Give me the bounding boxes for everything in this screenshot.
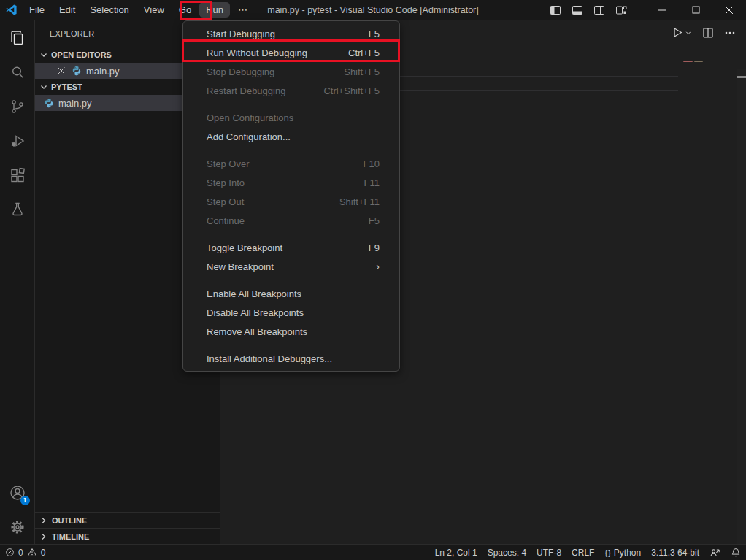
menu-separator — [184, 234, 399, 234]
statusbar: 0 0 Ln 2, Col 1 Spaces: 4 UTF-8 CRLF { }… — [0, 544, 746, 560]
extensions-icon[interactable] — [0, 158, 35, 192]
menu-item-step-over: Step OverF10 — [183, 154, 399, 173]
submenu-arrow-icon: › — [376, 261, 380, 272]
settings-gear-icon[interactable] — [0, 510, 35, 544]
titlebar: File Edit Selection View Go Run ⋯ main.p… — [0, 0, 746, 20]
python-interpreter-status[interactable]: 3.11.3 64-bit — [646, 548, 704, 558]
chevron-down-icon — [685, 29, 692, 37]
menu-view[interactable]: View — [137, 2, 171, 18]
menu-separator — [184, 104, 399, 104]
timeline-section-header[interactable]: TIMELINE — [35, 528, 220, 544]
menu-item-restart-debugging: Restart DebuggingCtrl+Shift+F5 — [183, 81, 399, 100]
toggle-secondary-sidebar-icon[interactable] — [588, 0, 610, 20]
warning-icon — [27, 548, 37, 557]
editor-scrollbar[interactable] — [737, 69, 746, 544]
menu-item-start-debugging[interactable]: Start DebuggingF5 — [183, 24, 399, 43]
problems-status[interactable]: 0 0 — [0, 548, 50, 558]
close-editor-icon[interactable] — [55, 65, 67, 77]
menu-item-add-configuration[interactable]: Add Configuration... — [183, 127, 399, 146]
menu-item-run-without-debugging[interactable]: Run Without DebuggingCtrl+F5 — [183, 43, 399, 62]
chevron-right-icon — [38, 531, 50, 542]
menu-item-open-configurations: Open Configurations — [183, 108, 399, 127]
editor-more-actions-icon[interactable] — [724, 27, 736, 39]
account-icon[interactable]: 1 — [0, 475, 35, 510]
menu-item-stop-debugging: Stop DebuggingShift+F5 — [183, 62, 399, 81]
menu-item-new-breakpoint[interactable]: New Breakpoint› — [183, 257, 399, 276]
chevron-right-icon — [38, 515, 50, 526]
minimap[interactable] — [683, 61, 703, 62]
menu-item-continue: ContinueF5 — [183, 211, 399, 230]
search-icon[interactable] — [0, 55, 35, 89]
open-editor-filename: main.py — [86, 66, 120, 77]
language-mode-status[interactable]: { } Python — [599, 548, 646, 558]
account-badge: 1 — [20, 496, 30, 505]
menu-item-enable-all-breakpoints[interactable]: Enable All Breakpoints — [183, 284, 399, 303]
outline-section-header[interactable]: OUTLINE — [35, 512, 220, 528]
error-icon — [5, 548, 15, 557]
run-menu-dropdown: Start DebuggingF5 Run Without DebuggingC… — [182, 20, 400, 372]
activity-bar: 1 — [0, 20, 35, 544]
menu-item-remove-all-breakpoints[interactable]: Remove All Breakpoints — [183, 322, 399, 341]
customize-layout-icon[interactable] — [610, 0, 632, 20]
encoding-status[interactable]: UTF-8 — [531, 548, 566, 558]
menu-separator — [184, 345, 399, 345]
vscode-logo-icon — [0, 4, 22, 16]
source-control-icon[interactable] — [0, 89, 35, 123]
close-window-button[interactable] — [712, 0, 746, 20]
chevron-down-icon — [38, 49, 50, 61]
maximize-button[interactable] — [679, 0, 712, 20]
run-and-debug-icon[interactable] — [0, 123, 35, 158]
python-file-icon — [44, 98, 54, 108]
indentation-status[interactable]: Spaces: 4 — [482, 548, 531, 558]
menu-go[interactable]: Go — [172, 2, 198, 18]
menu-item-disable-all-breakpoints[interactable]: Disable All Breakpoints — [183, 303, 399, 322]
cursor-position-status[interactable]: Ln 2, Col 1 — [430, 548, 482, 558]
toggle-panel-icon[interactable] — [566, 0, 588, 20]
menu-selection[interactable]: Selection — [83, 2, 135, 18]
cursor-overview-marker — [737, 76, 746, 78]
menu-file[interactable]: File — [23, 2, 51, 18]
menu-item-step-into: Step IntoF11 — [183, 173, 399, 192]
run-python-file-button[interactable] — [671, 26, 692, 39]
notifications-bell-icon[interactable] — [726, 548, 746, 558]
toggle-primary-sidebar-icon[interactable] — [545, 0, 566, 20]
testing-icon[interactable] — [0, 192, 35, 226]
menu-item-step-out: Step OutShift+F11 — [183, 192, 399, 211]
menu-more[interactable]: ⋯ — [231, 2, 254, 18]
menu-edit[interactable]: Edit — [53, 2, 82, 18]
menu-item-toggle-breakpoint[interactable]: Toggle BreakpointF9 — [183, 238, 399, 257]
eol-status[interactable]: CRLF — [566, 548, 599, 558]
python-file-icon — [72, 66, 82, 76]
chevron-down-icon — [38, 81, 50, 93]
menu-item-install-additional-debuggers[interactable]: Install Additional Debuggers... — [183, 349, 399, 368]
menu-separator — [184, 150, 399, 150]
file-name: main.py — [58, 98, 92, 109]
menu-run[interactable]: Run — [199, 2, 230, 18]
split-editor-icon[interactable] — [702, 27, 714, 39]
minimize-button[interactable] — [645, 0, 679, 20]
braces-icon: { } — [604, 548, 610, 557]
feedback-icon[interactable] — [704, 548, 726, 558]
menu-separator — [184, 280, 399, 280]
explorer-icon[interactable] — [0, 20, 35, 55]
